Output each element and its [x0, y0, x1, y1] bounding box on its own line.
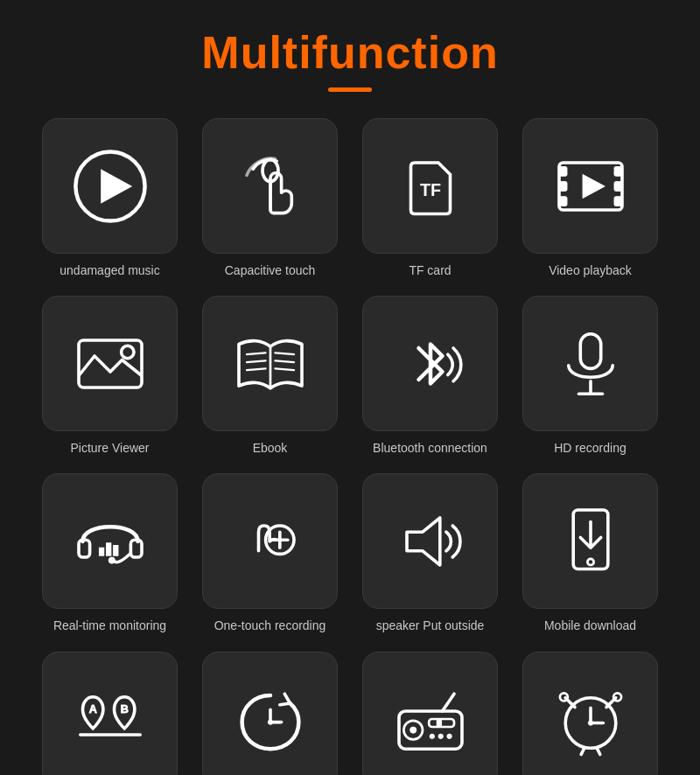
feature-definite-time-shutdown: definite time Shutdown	[198, 652, 342, 775]
svg-rect-10	[614, 181, 622, 191]
touch-icon	[231, 147, 310, 226]
svg-line-45	[442, 694, 454, 711]
svg-rect-22	[580, 333, 600, 368]
svg-rect-49	[437, 719, 441, 727]
svg-line-18	[247, 368, 266, 370]
svg-line-19	[275, 353, 294, 354]
touch-recording-icon	[231, 502, 310, 581]
bluetooth-icon	[391, 325, 470, 403]
svg-line-17	[247, 360, 266, 362]
svg-line-61	[581, 748, 584, 754]
icon-box-real-time-monitoring	[42, 473, 178, 609]
svg-rect-44	[399, 711, 462, 749]
svg-line-62	[597, 748, 600, 754]
ebook-label: Ebook	[253, 440, 288, 456]
svg-point-14	[121, 346, 133, 358]
svg-point-36	[587, 559, 593, 565]
icon-box-bluetooth-connection	[362, 296, 498, 431]
speaker-put-outside-label: speaker Put outside	[376, 618, 485, 633]
icon-box-undamaged-music	[42, 118, 178, 254]
svg-point-58	[559, 693, 567, 701]
svg-rect-9	[614, 166, 622, 176]
feature-one-touch-recording: One-touch recording	[198, 473, 342, 633]
svg-point-47	[410, 727, 416, 733]
page-title: Multifunction	[201, 26, 498, 79]
svg-text:A: A	[88, 703, 96, 716]
video-playback-icon	[551, 147, 630, 226]
alarm-clock-icon	[551, 680, 630, 758]
svg-line-16	[247, 353, 266, 354]
svg-rect-7	[559, 181, 567, 191]
feature-ebook: Ebook	[198, 296, 342, 456]
svg-marker-34	[407, 518, 440, 565]
svg-rect-8	[559, 196, 567, 206]
svg-rect-28	[99, 548, 103, 555]
icon-box-ab-repeat: A B	[42, 652, 178, 775]
feature-video-playback: Video playback	[518, 118, 662, 278]
features-grid: undamaged music Capacitive touch TF	[38, 118, 662, 775]
feature-undamaged-music: undamaged music	[38, 118, 182, 278]
svg-marker-1	[101, 169, 132, 204]
capacitive-touch-label: Capacitive touch	[225, 262, 316, 278]
feature-real-time-monitoring: Real-time monitoring	[38, 473, 182, 633]
svg-point-60	[613, 693, 621, 701]
svg-point-27	[108, 557, 115, 563]
svg-rect-6	[559, 166, 567, 176]
mobile-download-icon	[551, 502, 630, 581]
svg-point-56	[588, 721, 592, 725]
undamaged-music-label: undamaged music	[60, 262, 159, 278]
svg-text:TF: TF	[419, 179, 440, 199]
icon-box-capacitive-touch	[202, 118, 338, 254]
svg-line-20	[275, 360, 294, 362]
speaker-icon	[391, 502, 470, 581]
svg-text:B: B	[120, 703, 128, 716]
headset-monitor-icon	[71, 502, 150, 581]
feature-speaker-put-outside: speaker Put outside	[358, 473, 502, 633]
play-circle-icon	[71, 147, 150, 226]
one-touch-recording-label: One-touch recording	[214, 618, 326, 633]
microphone-icon	[551, 325, 630, 403]
feature-mobile-download: Mobile download	[518, 473, 662, 633]
svg-point-50	[430, 734, 434, 738]
real-time-monitoring-label: Real-time monitoring	[53, 618, 166, 633]
icon-box-definite-time-shutdown	[202, 652, 338, 775]
tf-card-label: TF card	[409, 262, 451, 278]
picture-viewer-icon	[71, 325, 150, 403]
svg-rect-30	[113, 545, 117, 555]
feature-bluetooth-connection: Bluetooth connection	[358, 296, 502, 456]
icon-box-fm-radio	[362, 652, 498, 775]
mobile-download-label: Mobile download	[544, 618, 636, 633]
feature-capacitive-touch: Capacitive touch	[198, 118, 342, 278]
icon-box-one-touch-recording	[202, 473, 338, 609]
svg-point-52	[446, 734, 451, 738]
feature-fm-radio: FM radio	[358, 652, 502, 775]
svg-rect-29	[106, 543, 110, 555]
feature-hd-recording: HD recording	[518, 296, 662, 456]
svg-marker-12	[583, 174, 605, 198]
svg-point-51	[438, 734, 443, 738]
timer-shutdown-icon	[231, 680, 310, 758]
svg-line-21	[275, 368, 294, 370]
feature-ab-repeat: A B AB repeat	[38, 652, 182, 775]
icon-box-mobile-download	[522, 473, 658, 609]
ebook-icon	[231, 325, 310, 403]
title-underline	[328, 87, 372, 92]
ab-repeat-icon: A B	[71, 680, 150, 758]
icon-box-tf-card: TF	[362, 118, 498, 254]
hd-recording-label: HD recording	[554, 440, 626, 456]
bluetooth-connection-label: Bluetooth connection	[373, 440, 487, 456]
feature-picture-viewer: Picture Viewer	[38, 296, 182, 456]
feature-alarm-time: Alarm time	[518, 652, 662, 775]
icon-box-hd-recording	[522, 296, 658, 431]
svg-point-43	[268, 720, 272, 724]
video-playback-label: Video playback	[549, 262, 632, 278]
icon-box-alarm-time	[522, 652, 658, 775]
picture-viewer-label: Picture Viewer	[70, 440, 149, 456]
icon-box-video-playback	[522, 118, 658, 254]
icon-box-ebook	[202, 296, 338, 431]
tf-card-icon: TF	[391, 147, 470, 226]
icon-box-picture-viewer	[42, 296, 178, 431]
feature-tf-card: TF TF card	[358, 118, 502, 278]
icon-box-speaker-put-outside	[362, 473, 498, 609]
fm-radio-icon	[391, 680, 470, 758]
